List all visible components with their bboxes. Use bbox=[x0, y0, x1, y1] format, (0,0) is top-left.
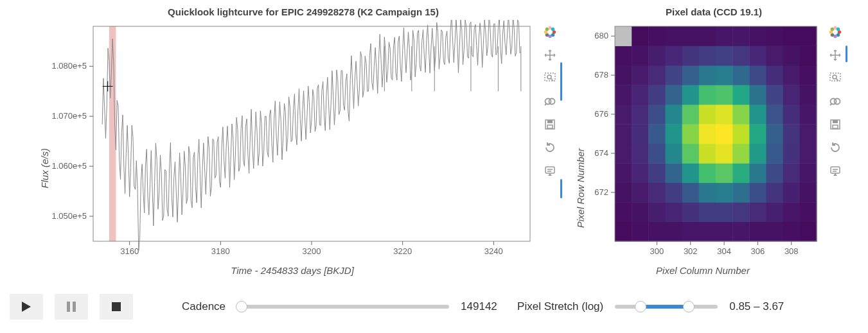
save-icon[interactable] bbox=[542, 116, 558, 133]
svg-rect-125 bbox=[682, 105, 700, 124]
save-icon[interactable] bbox=[827, 116, 844, 133]
svg-rect-149 bbox=[682, 65, 700, 85]
svg-rect-81 bbox=[749, 183, 766, 203]
boxzoom-icon[interactable] bbox=[542, 70, 558, 87]
svg-rect-80 bbox=[732, 183, 750, 203]
svg-rect-150 bbox=[699, 65, 716, 85]
svg-rect-159 bbox=[648, 46, 666, 65]
stop-button[interactable] bbox=[100, 294, 133, 320]
svg-rect-179 bbox=[783, 26, 801, 46]
svg-rect-126 bbox=[699, 105, 716, 124]
pan-icon[interactable] bbox=[542, 47, 558, 64]
svg-rect-95 bbox=[783, 163, 801, 183]
svg-rect-137 bbox=[682, 85, 700, 105]
stretch-slider-handle-lo[interactable] bbox=[635, 301, 646, 312]
svg-rect-155 bbox=[783, 65, 801, 85]
svg-rect-108 bbox=[800, 144, 817, 164]
svg-rect-53 bbox=[682, 222, 700, 242]
svg-text:678: 678 bbox=[594, 70, 608, 80]
svg-rect-135 bbox=[648, 85, 666, 105]
svg-rect-139 bbox=[716, 85, 733, 105]
cadence-slider[interactable] bbox=[237, 305, 449, 309]
svg-rect-131 bbox=[783, 105, 801, 124]
lightcurve-plot[interactable]: 1.050e+51.060e+51.070e+51.080e+531603180… bbox=[48, 20, 536, 264]
svg-rect-102 bbox=[699, 144, 716, 164]
svg-rect-223 bbox=[67, 302, 70, 312]
pixeldata-plot[interactable]: 300302304306308672674676678680 bbox=[584, 20, 822, 264]
reset-icon[interactable] bbox=[827, 139, 844, 156]
svg-rect-97 bbox=[615, 144, 632, 164]
svg-rect-49 bbox=[615, 222, 632, 242]
svg-rect-84 bbox=[800, 183, 817, 203]
cadence-value: 149142 bbox=[461, 300, 499, 313]
svg-rect-147 bbox=[648, 65, 666, 85]
stretch-value: 0.85 – 3.67 bbox=[729, 300, 784, 313]
svg-rect-169 bbox=[615, 26, 632, 46]
svg-rect-128 bbox=[732, 105, 750, 124]
svg-rect-224 bbox=[73, 302, 76, 312]
bokeh-logo-icon[interactable] bbox=[827, 24, 844, 40]
svg-rect-66 bbox=[699, 202, 716, 222]
svg-text:3220: 3220 bbox=[393, 246, 412, 256]
svg-rect-152 bbox=[732, 65, 750, 85]
hover-icon[interactable] bbox=[542, 162, 558, 179]
svg-rect-43 bbox=[547, 120, 553, 123]
svg-rect-176 bbox=[732, 26, 750, 46]
stretch-label: Pixel Stretch (log) bbox=[517, 300, 603, 313]
svg-rect-90 bbox=[699, 163, 716, 183]
hover-icon[interactable] bbox=[827, 162, 844, 179]
svg-rect-60 bbox=[800, 222, 817, 242]
lightcurve-xlabel: Time - 2454833 days [BKJD] bbox=[48, 265, 536, 276]
svg-rect-56 bbox=[732, 222, 750, 242]
svg-text:3240: 3240 bbox=[484, 246, 503, 256]
svg-text:308: 308 bbox=[784, 246, 799, 256]
svg-rect-103 bbox=[716, 144, 733, 164]
svg-rect-73 bbox=[615, 183, 632, 203]
cadence-slider-handle[interactable] bbox=[236, 301, 247, 312]
svg-rect-117 bbox=[749, 124, 766, 144]
svg-text:3200: 3200 bbox=[303, 246, 321, 256]
svg-rect-129 bbox=[749, 105, 766, 124]
svg-rect-171 bbox=[648, 26, 666, 46]
pan-icon[interactable] bbox=[827, 47, 844, 64]
svg-point-40 bbox=[549, 99, 555, 105]
wheelzoom-icon[interactable] bbox=[827, 93, 844, 110]
svg-text:304: 304 bbox=[717, 246, 731, 256]
svg-rect-105 bbox=[749, 144, 766, 164]
svg-rect-65 bbox=[682, 202, 700, 222]
svg-rect-78 bbox=[699, 183, 716, 203]
svg-rect-67 bbox=[716, 202, 733, 222]
svg-rect-121 bbox=[615, 105, 632, 124]
svg-point-209 bbox=[837, 28, 840, 31]
svg-rect-119 bbox=[783, 124, 801, 144]
boxzoom-icon[interactable] bbox=[827, 70, 844, 87]
svg-rect-218 bbox=[833, 125, 838, 128]
svg-rect-71 bbox=[783, 202, 801, 222]
svg-rect-160 bbox=[666, 46, 683, 65]
play-button[interactable] bbox=[10, 294, 43, 320]
svg-rect-88 bbox=[666, 163, 683, 183]
stretch-slider-handle-hi[interactable] bbox=[683, 301, 695, 312]
svg-rect-158 bbox=[632, 46, 649, 65]
pixeldata-xlabel: Pixel Column Number bbox=[584, 265, 822, 276]
svg-rect-87 bbox=[648, 163, 666, 183]
svg-rect-69 bbox=[749, 202, 766, 222]
wheelzoom-icon[interactable] bbox=[542, 93, 558, 110]
svg-text:1.050e+5: 1.050e+5 bbox=[51, 211, 87, 221]
stretch-slider[interactable] bbox=[615, 305, 718, 309]
lightcurve-title: Quicklook lightcurve for EPIC 249928278 … bbox=[168, 6, 439, 17]
svg-rect-45 bbox=[545, 167, 554, 173]
svg-rect-96 bbox=[800, 163, 817, 183]
pause-button[interactable] bbox=[55, 294, 88, 320]
svg-rect-74 bbox=[632, 183, 649, 203]
reset-icon[interactable] bbox=[542, 139, 558, 156]
svg-rect-123 bbox=[648, 105, 666, 124]
svg-rect-177 bbox=[749, 26, 766, 46]
bokeh-logo-icon[interactable] bbox=[542, 24, 558, 40]
svg-rect-52 bbox=[666, 222, 683, 242]
svg-rect-57 bbox=[749, 222, 766, 242]
svg-rect-140 bbox=[732, 85, 750, 105]
svg-point-35 bbox=[551, 28, 555, 31]
svg-rect-101 bbox=[682, 144, 700, 164]
svg-rect-118 bbox=[766, 124, 784, 144]
